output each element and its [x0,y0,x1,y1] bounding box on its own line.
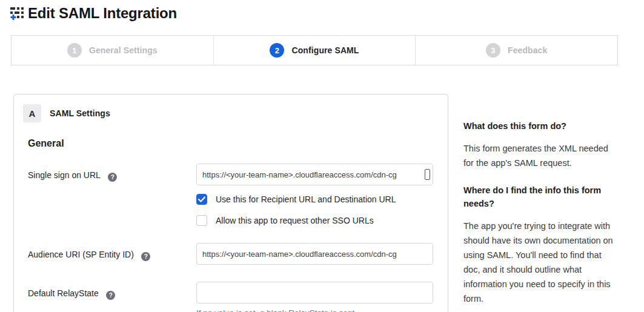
step-1-circle: 1 [67,43,82,58]
sidebar-paragraph: The app you're trying to integrate with … [463,219,614,306]
tab-label: General Settings [89,45,158,55]
general-heading: General [28,138,448,149]
relay-state-input[interactable] [196,282,433,304]
field-row-relay-state: Default RelayState ? If no value is set,… [14,282,448,312]
grid-plus-icon [10,5,26,22]
checkbox-label: Allow this app to request other SSO URLs [216,216,374,225]
field-row-sso-url: Single sign on URL ? Use this for Recipi… [14,164,448,226]
relay-state-label: Default RelayState [28,288,99,298]
field-label-col: Single sign on URL ? [28,164,196,226]
sso-url-input[interactable] [196,164,433,185]
sidebar-heading: Where do I find the info this form needs… [463,184,614,210]
help-icon[interactable]: ? [106,291,115,300]
help-icon[interactable]: ? [108,173,117,182]
tab-label: Feedback [508,45,547,55]
recipient-url-checkbox-row[interactable]: Use this for Recipient URL and Destinati… [196,194,433,205]
field-row-audience-uri: Audience URI (SP Entity ID) ? [14,243,448,265]
field-control-col: If no value is set, a blank RelayState i… [196,282,433,312]
field-control-col: Use this for Recipient URL and Destinati… [196,164,433,226]
tab-label: Configure SAML [291,45,359,55]
sso-url-label: Single sign on URL [28,170,101,180]
audience-uri-label: Audience URI (SP Entity ID) [28,250,134,259]
sidebar-paragraph: This form generates the XML needed for t… [463,141,614,170]
other-sso-urls-checkbox[interactable] [196,215,207,226]
page-title: Edit SAML Integration [28,5,177,22]
step-3-circle: 3 [486,43,500,58]
tab-feedback[interactable]: 3 Feedback [415,36,617,65]
page-header: Edit SAML Integration [10,5,177,22]
relay-state-helper-text: If no value is set, a blank RelayState i… [196,308,433,312]
tab-configure-saml[interactable]: 2 Configure SAML [213,36,416,65]
audience-uri-input[interactable] [196,243,433,265]
help-icon[interactable]: ? [141,252,150,261]
sidebar-heading: What does this form do? [463,119,614,133]
help-sidebar: What does this form do? This form genera… [463,119,614,312]
field-label-col: Default RelayState ? [28,282,196,312]
other-sso-urls-checkbox-row[interactable]: Allow this app to request other SSO URLs [196,215,433,226]
wizard-steps: 1 General Settings 2 Configure SAML 3 Fe… [11,35,618,65]
field-control-col [196,243,433,265]
checkbox-label: Use this for Recipient URL and Destinati… [216,194,396,204]
field-label-col: Audience URI (SP Entity ID) ? [28,243,196,265]
section-title: SAML Settings [50,108,110,118]
saml-settings-panel: A SAML Settings General Single sign on U… [13,94,448,312]
page: Edit SAML Integration 1 General Settings… [0,0,644,312]
tab-general-settings[interactable]: 1 General Settings [12,36,213,65]
sidebar-section: What does this form do? This form genera… [463,119,614,170]
recipient-url-checkbox[interactable] [196,194,207,205]
sidebar-section: Where do I find the info this form needs… [463,184,614,306]
section-badge: A [23,104,41,122]
step-2-circle: 2 [270,43,284,58]
text-cursor [425,169,430,180]
panel-header: A SAML Settings [14,95,448,131]
